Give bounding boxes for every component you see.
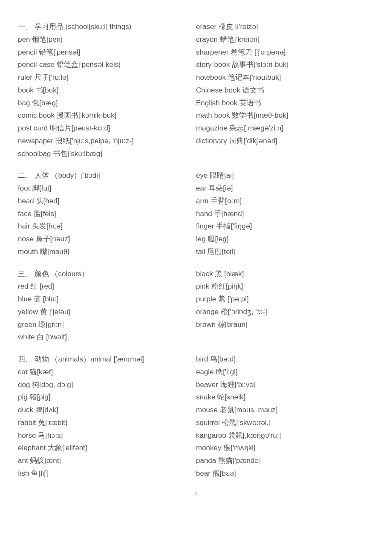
vocab-entry: white 白 [hwait] — [18, 331, 196, 344]
vocab-entry: leg 腿[leg] — [196, 233, 374, 246]
vocab-entry: pink 粉红[piŋk] — [196, 280, 374, 293]
vocab-entry: face 脸[feis] — [18, 208, 196, 220]
vocab-entry: pen 钢笔[pen] — [18, 33, 196, 46]
vocab-entry: beaver 海狸['bi:və] — [196, 379, 374, 391]
vocab-entry: post card 明信片[pəust-kɑ:d] — [18, 122, 196, 135]
vocab-entry: hair 头发[hɛə] — [18, 220, 196, 233]
right-column: eye 眼睛[ai] ear 耳朵[iə] arm 手臂[ɑ:m] hand 手… — [196, 169, 374, 258]
vocab-entry: red 红 [red] — [18, 280, 196, 293]
vocab-entry: fish 鱼[fiʃ] — [18, 467, 196, 480]
two-column-layout: 四、 动物 （animals）animal ['ænɪməl] cat 猫[kæ… — [18, 353, 374, 480]
left-column: 四、 动物 （animals）animal ['ænɪməl] cat 猫[kæ… — [18, 353, 196, 480]
two-column-layout: 三、 颜色 （colours） red 红 [red] blue 蓝 [blu:… — [18, 268, 374, 344]
vocab-entry: mouse 老鼠[maus, mauz] — [196, 404, 374, 416]
page-number: 1 — [18, 489, 374, 500]
vocab-entry: cat 猫[kæt] — [18, 366, 196, 379]
vocab-entry: ant 蚂蚁[ænt] — [18, 454, 196, 467]
vocab-entry: elephant 大象['elifənt] — [18, 442, 196, 454]
vocab-entry: yellow 黄 ['jeləu] — [18, 306, 196, 318]
vocab-entry: dog 狗[dɔg, dɔ:g] — [18, 379, 196, 391]
vocab-entry: schoolbag 书包['sku:lbæg] — [18, 147, 196, 160]
vocab-entry: foot 脚[fut] — [18, 182, 196, 195]
vocab-entry: sharpener 卷笔刀 ['ʃɑ:pənə] — [196, 46, 374, 59]
vocab-entry: pencil 铅笔['pensəl] — [18, 46, 196, 59]
vocab-entry: eye 眼睛[ai] — [196, 169, 374, 182]
right-column: bird 鸟[bə:d] eagle 鹰['i:gl] beaver 海狸['b… — [196, 353, 374, 480]
vocab-entry: arm 手臂[ɑ:m] — [196, 195, 374, 208]
vocab-entry: bear 熊[bɛə] — [196, 467, 374, 480]
vocab-entry: finger 手指['fiŋgə] — [196, 220, 374, 233]
vocab-entry: horse 马[hɔ:s] — [18, 429, 196, 442]
vocab-entry: rabbit 兔['ræbit] — [18, 416, 196, 429]
vocab-entry: bird 鸟[bə:d] — [196, 353, 374, 366]
two-column-layout: 一、 学习用品 (school[sku:l] things) pen 钢笔[pe… — [18, 20, 374, 160]
vocab-section-animals: 四、 动物 （animals）animal ['ænɪməl] cat 猫[kæ… — [18, 353, 374, 480]
vocab-entry: math book 数学书[mæθ-buk] — [196, 109, 374, 122]
vocab-entry: ruler 尺子['ru:lə] — [18, 71, 196, 84]
vocab-entry: Chinese book 语文书 — [196, 84, 374, 97]
section-heading: 四、 动物 （animals）animal ['ænɪməl] — [18, 353, 196, 366]
vocab-entry: crayon 蜡笔['kreiən] — [196, 33, 374, 46]
vocab-entry: mouth 嘴[mauθ] — [18, 246, 196, 258]
vocab-entry: ear 耳朵[iə] — [196, 182, 374, 195]
vocab-entry: magazine 杂志[,mægə'zi:n] — [196, 122, 374, 135]
vocab-entry: orange 橙['ɔrindʒ, 'ɔ:-] — [196, 306, 374, 318]
vocab-section-colours: 三、 颜色 （colours） red 红 [red] blue 蓝 [blu:… — [18, 268, 374, 344]
vocab-entry: bag 包[bæg] — [18, 97, 196, 110]
vocab-entry: eagle 鹰['i:gl] — [196, 366, 374, 379]
vocab-entry: book 书[buk] — [18, 84, 196, 97]
vocab-entry: notebook 笔记本['nəutbuk] — [196, 71, 374, 84]
vocab-entry: hand 手[hænd] — [196, 208, 374, 220]
vocab-entry: comic book 漫画书['kɔmik-buk] — [18, 109, 196, 122]
two-column-layout: 二、 人体 （body）['bɔdi] foot 脚[fut] head 头[h… — [18, 169, 374, 258]
vocab-entry: tail 尾巴[teil] — [196, 246, 374, 258]
vocab-entry: purple 紫 ['pə:pl] — [196, 293, 374, 306]
vocab-entry: green 绿[gri:n] — [18, 318, 196, 331]
vocab-entry: pig 猪[pig] — [18, 391, 196, 404]
vocab-entry: panda 熊猫['pændə] — [196, 454, 374, 467]
vocab-entry: dictionary 词典['dikʃənəri] — [196, 135, 374, 147]
vocab-entry: black 黑 [blæk] — [196, 268, 374, 280]
vocab-entry: eraser 橡皮 [i'reizə] — [196, 20, 374, 33]
vocab-entry: blue 蓝 [blu:] — [18, 293, 196, 306]
vocab-section-body: 二、 人体 （body）['bɔdi] foot 脚[fut] head 头[h… — [18, 169, 374, 258]
section-heading: 三、 颜色 （colours） — [18, 268, 196, 280]
vocab-entry: pencil-case 铅笔盒['pensəl-keis] — [18, 58, 196, 71]
vocab-entry: monkey 猴['mʌŋki] — [196, 442, 374, 454]
vocab-entry: duck 鸭[dʌk] — [18, 404, 196, 416]
vocab-entry: English book 英语书 — [196, 97, 374, 110]
right-column: black 黑 [blæk] pink 粉红[piŋk] purple 紫 ['… — [196, 268, 374, 344]
left-column: 二、 人体 （body）['bɔdi] foot 脚[fut] head 头[h… — [18, 169, 196, 258]
section-heading: 一、 学习用品 (school[sku:l] things) — [18, 20, 196, 33]
left-column: 三、 颜色 （colours） red 红 [red] blue 蓝 [blu:… — [18, 268, 196, 344]
vocab-entry: nose 鼻子[nəuz] — [18, 233, 196, 246]
vocab-entry: newspaper 报纸['nju:s,peipə, 'nju:z-] — [18, 135, 196, 147]
vocab-entry: kangaroo 袋鼠[,kæŋgə'ru:] — [196, 429, 374, 442]
vocab-entry: head 头[hed] — [18, 195, 196, 208]
vocab-entry: brown 棕[braun] — [196, 318, 374, 331]
right-column: eraser 橡皮 [i'reizə] crayon 蜡笔['kreiən] s… — [196, 20, 374, 160]
vocab-entry: snake 蛇[sneik] — [196, 391, 374, 404]
section-heading: 二、 人体 （body）['bɔdi] — [18, 169, 196, 182]
vocab-entry: squirrel 松鼠['skwə:rəl,] — [196, 416, 374, 429]
vocab-entry: story-book 故事书['stɔ:ri-buk] — [196, 58, 374, 71]
vocab-section-school: 一、 学习用品 (school[sku:l] things) pen 钢笔[pe… — [18, 20, 374, 160]
left-column: 一、 学习用品 (school[sku:l] things) pen 钢笔[pe… — [18, 20, 196, 160]
